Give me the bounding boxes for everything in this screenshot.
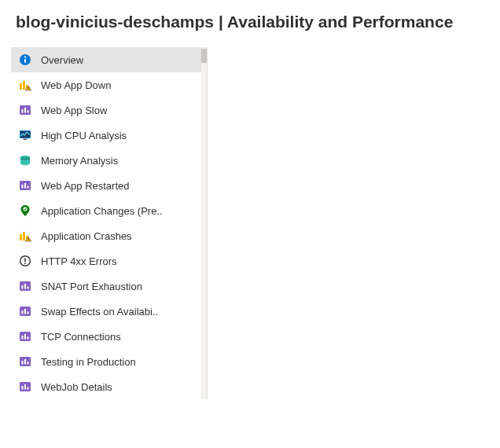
- page-title: blog-vinicius-deschamps | Availability a…: [0, 0, 500, 47]
- svg-rect-31: [24, 284, 26, 289]
- purple-chart-icon: [19, 305, 31, 318]
- sidebar-item-label: Testing in Production: [41, 356, 136, 368]
- svg-rect-3: [20, 83, 22, 90]
- svg-rect-25: [28, 240, 29, 241]
- monitor-icon: [19, 129, 31, 141]
- sidebar-item-application-crashes[interactable]: Application Crashes: [11, 223, 206, 248]
- svg-point-2: [24, 56, 26, 57]
- sidebar-item-overview[interactable]: Overview: [11, 47, 206, 72]
- svg-rect-47: [24, 384, 26, 390]
- sidebar-item-label: Application Changes (Pre..: [41, 205, 163, 217]
- sidebar-item-label: Web App Down: [41, 79, 111, 91]
- purple-chart-icon: [19, 330, 31, 343]
- svg-rect-6: [28, 87, 29, 89]
- database-icon: [19, 154, 31, 167]
- sidebar-item-http-4xx-errors[interactable]: HTTP 4xx Errors: [11, 248, 206, 274]
- scrollbar-thumb[interactable]: [201, 49, 207, 63]
- sidebar: Overview Web App Down Web App Slow High …: [11, 47, 208, 399]
- svg-rect-48: [28, 387, 29, 390]
- svg-rect-17: [22, 185, 24, 189]
- sidebar-item-webjob-details[interactable]: WebJob Details: [11, 374, 206, 399]
- sidebar-item-label: Memory Analysis: [41, 155, 118, 167]
- svg-rect-42: [22, 361, 24, 365]
- svg-rect-4: [23, 81, 25, 90]
- svg-rect-14: [24, 139, 28, 141]
- info-icon: [19, 53, 31, 66]
- sidebar-item-label: Web App Restarted: [41, 180, 130, 192]
- svg-rect-27: [24, 258, 26, 262]
- purple-chart-icon: [19, 179, 31, 192]
- svg-point-28: [24, 263, 26, 264]
- purple-chart-icon: [19, 280, 31, 292]
- svg-rect-44: [28, 362, 29, 365]
- sidebar-item-swap-effects[interactable]: Swap Effects on Availabi..: [11, 299, 206, 324]
- sidebar-item-label: Swap Effects on Availabi..: [41, 306, 158, 318]
- sidebar-item-label: Web App Slow: [41, 105, 107, 116]
- svg-rect-24: [28, 238, 29, 240]
- svg-rect-7: [28, 89, 29, 90]
- svg-rect-40: [28, 337, 29, 340]
- sidebar-item-label: HTTP 4xx Errors: [41, 255, 117, 267]
- svg-rect-46: [22, 386, 24, 390]
- svg-rect-43: [24, 359, 26, 365]
- bars-warning-icon: [19, 79, 31, 91]
- svg-rect-10: [24, 108, 26, 113]
- sidebar-item-label: SNAT Port Exhaustion: [41, 281, 142, 292]
- sidebar-item-label: High CPU Analysis: [41, 130, 127, 141]
- svg-rect-22: [23, 232, 25, 241]
- sidebar-item-web-app-down[interactable]: Web App Down: [11, 72, 206, 97]
- purple-chart-icon: [19, 355, 31, 368]
- svg-rect-36: [28, 312, 29, 314]
- sidebar-item-high-cpu-analysis[interactable]: High CPU Analysis: [11, 123, 206, 148]
- sidebar-item-label: Application Crashes: [41, 230, 132, 242]
- bars-warning-icon: [19, 230, 31, 242]
- sidebar-item-web-app-slow[interactable]: Web App Slow: [11, 97, 206, 123]
- scrollbar[interactable]: [201, 47, 207, 399]
- svg-rect-34: [22, 310, 24, 314]
- svg-rect-1: [24, 59, 26, 63]
- svg-rect-39: [24, 334, 26, 340]
- svg-rect-38: [22, 336, 24, 340]
- sidebar-item-web-app-restarted[interactable]: Web App Restarted: [11, 173, 206, 198]
- svg-rect-35: [24, 309, 26, 314]
- exclamation-circle-icon: [19, 255, 31, 267]
- sidebar-item-label: TCP Connections: [41, 331, 121, 343]
- sidebar-item-testing-in-production[interactable]: Testing in Production: [11, 349, 206, 374]
- svg-rect-11: [28, 111, 29, 113]
- sidebar-item-snat-port-exhaustion[interactable]: SNAT Port Exhaustion: [11, 274, 206, 299]
- purple-chart-icon: [19, 104, 31, 116]
- svg-rect-18: [24, 183, 26, 189]
- sidebar-item-application-changes[interactable]: Application Changes (Pre..: [11, 198, 206, 223]
- sidebar-item-memory-analysis[interactable]: Memory Analysis: [11, 148, 206, 173]
- sidebar-item-tcp-connections[interactable]: TCP Connections: [11, 324, 206, 349]
- svg-rect-19: [28, 186, 29, 189]
- svg-rect-32: [28, 287, 29, 289]
- svg-rect-9: [22, 109, 24, 113]
- location-check-icon: [19, 204, 31, 217]
- svg-rect-30: [22, 285, 24, 289]
- purple-chart-icon: [19, 380, 31, 393]
- sidebar-item-label: Overview: [41, 54, 83, 66]
- svg-rect-21: [20, 234, 22, 241]
- sidebar-item-label: WebJob Details: [41, 381, 112, 393]
